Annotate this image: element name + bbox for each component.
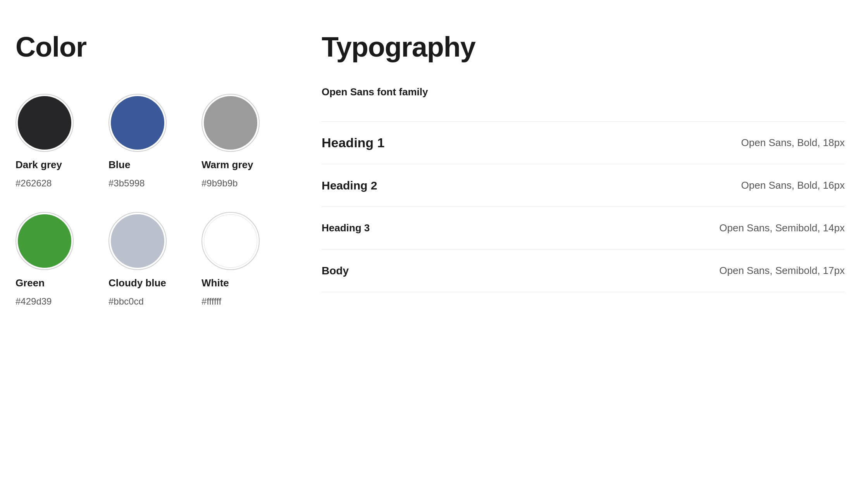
color-name-green: Green bbox=[16, 277, 45, 289]
color-hex-warm-grey: #9b9b9b bbox=[202, 178, 238, 189]
color-circle-wrapper-green bbox=[16, 212, 74, 270]
type-heading-2-text: Heading 2 bbox=[322, 179, 377, 192]
color-circle-wrapper-white bbox=[202, 212, 260, 270]
type-spec-heading2: Open Sans, Bold, 16px bbox=[583, 164, 845, 207]
color-circle-dark-grey bbox=[18, 96, 71, 150]
typography-row-heading1: Heading 1 Open Sans, Bold, 18px bbox=[322, 122, 845, 164]
type-body-text: Body bbox=[322, 265, 349, 277]
color-item-white: White #ffffff bbox=[202, 212, 260, 307]
color-circle-cloudy-blue bbox=[111, 214, 164, 268]
color-row-1: Dark grey #262628 Blue #3b5998 Warm bbox=[16, 94, 275, 189]
type-heading-1-text: Heading 1 bbox=[322, 135, 384, 150]
color-grid: Dark grey #262628 Blue #3b5998 Warm bbox=[16, 94, 275, 307]
color-circle-white bbox=[204, 214, 257, 268]
type-label-heading1: Heading 1 bbox=[322, 122, 583, 164]
color-item-cloudy-blue: Cloudy blue #bbc0cd bbox=[108, 212, 167, 307]
color-name-warm-grey: Warm grey bbox=[202, 159, 253, 171]
color-circle-blue bbox=[111, 96, 164, 150]
color-name-cloudy-blue: Cloudy blue bbox=[108, 277, 166, 289]
typography-row-body: Body Open Sans, Semibold, 17px bbox=[322, 250, 845, 292]
color-item-green: Green #429d39 bbox=[16, 212, 74, 307]
color-circle-wrapper-blue bbox=[108, 94, 167, 152]
page-container: Color Dark grey #262628 Blue bbox=[0, 0, 868, 496]
color-name-blue: Blue bbox=[108, 159, 130, 171]
color-hex-white: #ffffff bbox=[202, 296, 221, 307]
type-label-heading2: Heading 2 bbox=[322, 164, 583, 207]
typography-row-heading3: Heading 3 Open Sans, Semibold, 14px bbox=[322, 207, 845, 250]
type-label-heading3: Heading 3 bbox=[322, 207, 583, 250]
color-name-white: White bbox=[202, 277, 229, 289]
color-section-title: Color bbox=[16, 31, 275, 63]
color-hex-dark-grey: #262628 bbox=[16, 178, 52, 189]
color-circle-green bbox=[18, 214, 71, 268]
type-heading-3-text: Heading 3 bbox=[322, 222, 370, 234]
typography-row-heading2: Heading 2 Open Sans, Bold, 16px bbox=[322, 164, 845, 207]
font-family-label: Open Sans font family bbox=[322, 86, 845, 98]
color-item-warm-grey: Warm grey #9b9b9b bbox=[202, 94, 260, 189]
color-row-2: Green #429d39 Cloudy blue #bbc0cd Wh bbox=[16, 212, 275, 307]
color-circle-wrapper-warm-grey bbox=[202, 94, 260, 152]
type-spec-heading1: Open Sans, Bold, 18px bbox=[583, 122, 845, 164]
type-label-body: Body bbox=[322, 250, 583, 292]
type-spec-body: Open Sans, Semibold, 17px bbox=[583, 250, 845, 292]
color-item-blue: Blue #3b5998 bbox=[108, 94, 167, 189]
type-spec-heading3: Open Sans, Semibold, 14px bbox=[583, 207, 845, 250]
typography-table: Heading 1 Open Sans, Bold, 18px Heading … bbox=[322, 121, 845, 292]
color-hex-cloudy-blue: #bbc0cd bbox=[108, 296, 144, 307]
color-section: Color Dark grey #262628 Blue bbox=[12, 31, 275, 465]
typography-section-title: Typography bbox=[322, 31, 845, 63]
color-hex-green: #429d39 bbox=[16, 296, 52, 307]
color-hex-blue: #3b5998 bbox=[108, 178, 145, 189]
typography-section: Typography Open Sans font family Heading… bbox=[275, 31, 845, 465]
color-circle-wrapper-dark-grey bbox=[16, 94, 74, 152]
color-name-dark-grey: Dark grey bbox=[16, 159, 62, 171]
color-circle-wrapper-cloudy-blue bbox=[108, 212, 167, 270]
color-circle-warm-grey bbox=[204, 96, 257, 150]
color-item-dark-grey: Dark grey #262628 bbox=[16, 94, 74, 189]
